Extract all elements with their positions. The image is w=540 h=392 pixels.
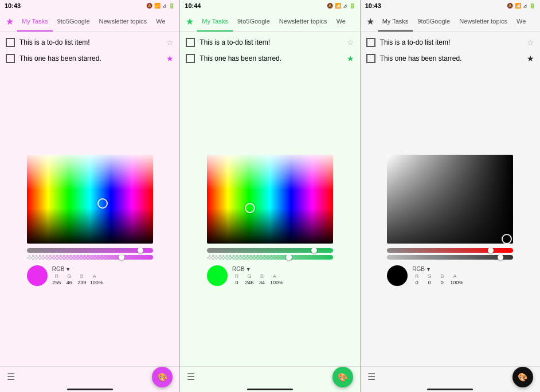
color-preview bbox=[207, 265, 228, 286]
rgb-section: RGB▼RGBA024634100% bbox=[232, 266, 333, 285]
rgb-label-r: R bbox=[232, 273, 241, 279]
hue-slider-track[interactable] bbox=[387, 248, 513, 253]
rgb-label-a: A bbox=[450, 273, 459, 279]
hue-slider-thumb[interactable] bbox=[311, 248, 317, 253]
picker-circle[interactable] bbox=[245, 203, 255, 213]
task-list: This is a to-do list item!☆This one has … bbox=[0, 32, 179, 69]
status-icons: 🔕📶⊿🔋 bbox=[327, 3, 355, 9]
rgb-value-1: 0 bbox=[425, 280, 434, 285]
rgb-channel-values: 000100% bbox=[412, 280, 513, 285]
bottom-bar: ☰🎨 bbox=[361, 366, 540, 387]
rgb-mode-selector[interactable]: RGB▼ bbox=[412, 266, 513, 272]
rgb-value-0: 0 bbox=[412, 280, 421, 285]
tab-item-we[interactable]: We bbox=[151, 11, 170, 32]
color-picker-area[interactable]: RGB▼RGBA25546239100% bbox=[0, 69, 179, 366]
gradient-canvas[interactable] bbox=[207, 155, 333, 244]
task-star-0[interactable]: ☆ bbox=[166, 38, 174, 47]
fab-palette-icon: 🎨 bbox=[518, 373, 527, 382]
alpha-slider-track[interactable] bbox=[207, 255, 333, 260]
hue-slider-track[interactable] bbox=[207, 248, 333, 253]
task-checkbox-1[interactable] bbox=[6, 54, 15, 63]
task-text-0: This is a to-do list item! bbox=[19, 38, 162, 46]
gradient-canvas[interactable] bbox=[387, 155, 513, 244]
task-checkbox-0[interactable] bbox=[6, 38, 15, 47]
tab-item-my-tasks[interactable]: My Tasks bbox=[197, 11, 233, 32]
alpha-slider-thumb[interactable] bbox=[498, 254, 503, 260]
tab-item-newsletter-topics[interactable]: Newsletter topics bbox=[275, 11, 332, 32]
tab-item-my-tasks[interactable]: My Tasks bbox=[17, 11, 53, 32]
rgb-dropdown-icon[interactable]: ▼ bbox=[426, 266, 431, 272]
hue-slider-thumb[interactable] bbox=[488, 248, 494, 253]
rgb-value-2: 34 bbox=[257, 280, 267, 285]
hamburger-icon[interactable]: ☰ bbox=[367, 371, 375, 382]
alpha-slider-track[interactable] bbox=[387, 255, 513, 260]
alpha-slider-track[interactable] bbox=[27, 255, 153, 260]
fab-button[interactable]: 🎨 bbox=[152, 367, 173, 387]
alpha-slider-thumb[interactable] bbox=[119, 254, 124, 260]
status-icons: 🔕📶⊿🔋 bbox=[146, 3, 175, 9]
task-star-1[interactable]: ★ bbox=[166, 54, 174, 63]
fab-button[interactable]: 🎨 bbox=[332, 367, 353, 387]
picker-circle[interactable] bbox=[502, 234, 512, 244]
tab-item-9to5google[interactable]: 9to5Google bbox=[413, 11, 455, 32]
rgb-channel-labels: RGBA bbox=[232, 273, 333, 279]
tab-item-we[interactable]: We bbox=[512, 11, 530, 32]
gradient-canvas[interactable] bbox=[27, 155, 153, 244]
nav-indicator bbox=[67, 389, 113, 390]
tab-star-icon[interactable]: ★ bbox=[2, 16, 17, 27]
tab-item-9to5google[interactable]: 9to5Google bbox=[233, 11, 275, 32]
task-star-1[interactable]: ★ bbox=[347, 54, 354, 63]
rgb-label-r: R bbox=[412, 273, 421, 279]
task-text-1: This one has been starred. bbox=[19, 54, 162, 62]
rgb-dropdown-icon[interactable]: ▼ bbox=[246, 266, 251, 272]
tab-item-newsletter-topics[interactable]: Newsletter topics bbox=[455, 11, 512, 32]
rgb-label-a: A bbox=[90, 273, 99, 279]
rgb-channel-values: 024634100% bbox=[232, 280, 333, 285]
task-star-0[interactable]: ☆ bbox=[527, 38, 534, 47]
hue-slider-row bbox=[27, 248, 153, 253]
status-bar: 10:44 🔕📶⊿🔋 bbox=[180, 0, 359, 11]
task-checkbox-1[interactable] bbox=[366, 54, 375, 63]
hamburger-icon[interactable]: ☰ bbox=[7, 371, 15, 382]
rgb-label-g: G bbox=[425, 273, 434, 279]
color-picker-area[interactable]: RGB▼RGBA024634100% bbox=[180, 69, 359, 366]
bottom-controls: RGB▼RGBA25546239100% bbox=[27, 265, 153, 286]
color-picker-area[interactable]: RGB▼RGBA000100% bbox=[361, 69, 540, 366]
tab-item-we[interactable]: We bbox=[332, 11, 350, 32]
rgb-mode-label: RGB bbox=[412, 266, 425, 272]
sliders-area bbox=[387, 248, 513, 262]
rgb-channel-values: 25546239100% bbox=[52, 280, 153, 285]
task-checkbox-0[interactable] bbox=[186, 38, 195, 47]
picker-circle[interactable] bbox=[97, 198, 108, 209]
task-checkbox-1[interactable] bbox=[186, 54, 195, 63]
rgb-label-a: A bbox=[270, 273, 279, 279]
rgb-value-3: 100% bbox=[90, 280, 103, 285]
tab-item-9to5google[interactable]: 9to5Google bbox=[53, 11, 95, 32]
nav-indicator bbox=[427, 389, 473, 390]
task-checkbox-0[interactable] bbox=[366, 38, 375, 47]
tab-bar: ★My Tasks9to5GoogleNewsletter topicsWe bbox=[0, 11, 179, 32]
rgb-dropdown-icon[interactable]: ▼ bbox=[65, 266, 71, 272]
task-star-0[interactable]: ☆ bbox=[347, 38, 354, 47]
tab-item-newsletter-topics[interactable]: Newsletter topics bbox=[95, 11, 152, 32]
task-text-0: This is a to-do list item! bbox=[199, 38, 342, 46]
status-bar: 10:43 🔕📶⊿🔋 bbox=[361, 0, 540, 11]
rgb-value-3: 100% bbox=[450, 280, 463, 285]
tab-star-icon[interactable]: ★ bbox=[363, 16, 378, 27]
hue-slider-track[interactable] bbox=[27, 248, 153, 253]
bottom-controls: RGB▼RGBA024634100% bbox=[207, 265, 333, 286]
task-star-1[interactable]: ★ bbox=[527, 54, 534, 63]
hue-slider-thumb[interactable] bbox=[138, 248, 143, 253]
rgb-mode-selector[interactable]: RGB▼ bbox=[52, 266, 153, 272]
rgb-value-1: 246 bbox=[245, 280, 254, 285]
phone-panel-2: 10:43 🔕📶⊿🔋 ★My Tasks9to5GoogleNewsletter… bbox=[361, 0, 540, 392]
hamburger-icon[interactable]: ☰ bbox=[187, 371, 195, 382]
tab-item-my-tasks[interactable]: My Tasks bbox=[378, 11, 413, 32]
alpha-slider-thumb[interactable] bbox=[286, 254, 292, 260]
fab-button[interactable]: 🎨 bbox=[512, 367, 533, 387]
tab-star-icon[interactable]: ★ bbox=[182, 16, 197, 27]
rgb-value-0: 0 bbox=[232, 280, 241, 285]
rgb-mode-selector[interactable]: RGB▼ bbox=[232, 266, 333, 272]
rgb-value-1: 46 bbox=[65, 280, 74, 285]
status-bar: 10:43 🔕📶⊿🔋 bbox=[0, 0, 179, 11]
